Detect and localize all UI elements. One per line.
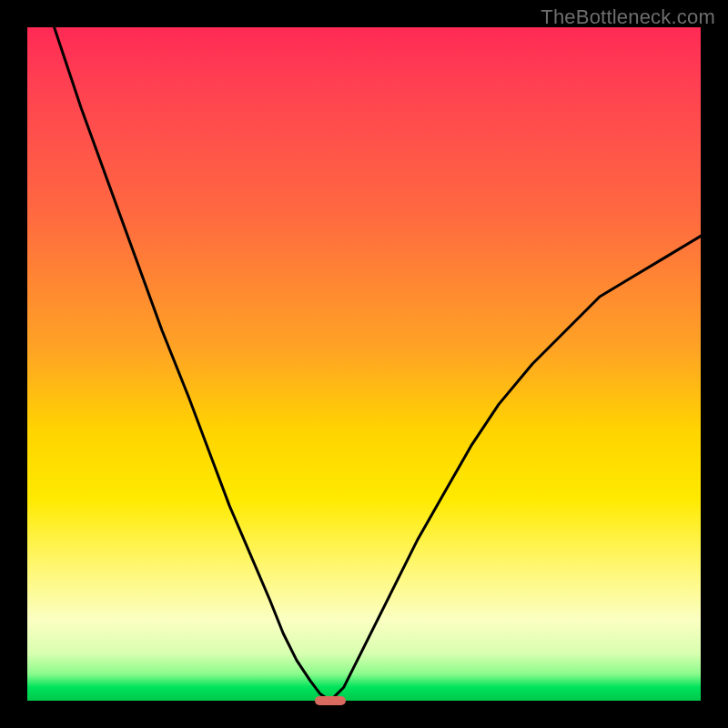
chart-frame: TheBottleneck.com — [0, 0, 728, 728]
chart-plot-area — [27, 27, 701, 701]
watermark-text: TheBottleneck.com — [541, 5, 715, 29]
bottleneck-curve — [27, 27, 701, 701]
optimal-point-marker — [315, 696, 345, 705]
